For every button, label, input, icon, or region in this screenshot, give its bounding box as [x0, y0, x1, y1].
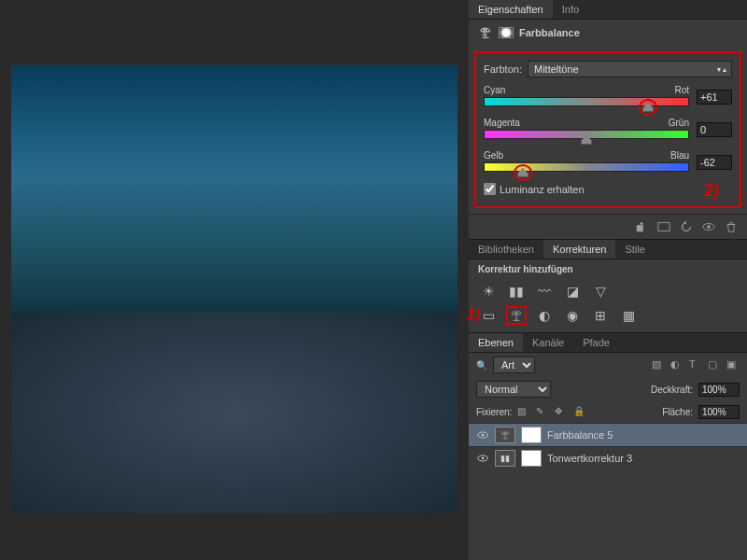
bw-icon[interactable]: ◐: [534, 306, 555, 325]
eye-icon[interactable]: [702, 220, 715, 233]
filter-type-icon[interactable]: T: [689, 358, 702, 371]
properties-tab-bar: Eigenschaften Info: [469, 0, 747, 20]
panel-title: Farbbalance: [519, 27, 580, 38]
svg-point-7: [482, 457, 485, 460]
svg-point-5: [482, 434, 485, 437]
tab-info[interactable]: Info: [553, 0, 588, 19]
slider-cyan-red: Cyan Rot +61: [484, 85, 732, 108]
label-green: Grün: [669, 118, 689, 128]
layer-item[interactable]: Farbbalance 5: [469, 423, 747, 446]
tab-channels[interactable]: Kanäle: [523, 333, 573, 352]
svg-point-3: [707, 225, 711, 229]
tab-paths[interactable]: Pfade: [573, 333, 619, 352]
adjustments-grid: 1) ☀ ▮▮ 〰 ◪ ▽ ▭ ◐ ◉ ⊞ ▦: [469, 278, 747, 332]
filter-smart-icon[interactable]: ▣: [726, 358, 740, 371]
trash-icon[interactable]: [725, 220, 738, 233]
clip-to-layer-icon[interactable]: [635, 220, 648, 233]
label-cyan: Cyan: [484, 85, 505, 95]
slider-cr-track[interactable]: [484, 97, 689, 106]
tab-properties[interactable]: Eigenschaften: [469, 0, 553, 19]
annotation-1: 1): [467, 306, 480, 323]
slider-mg-track[interactable]: [484, 130, 689, 139]
lock-position-icon[interactable]: ✥: [555, 406, 568, 419]
layer-mask-thumb[interactable]: [521, 427, 542, 443]
label-magenta: Magenta: [484, 118, 520, 128]
curves-icon[interactable]: 〰: [534, 282, 555, 301]
tab-libraries[interactable]: Bibliotheken: [469, 240, 543, 259]
tab-layers[interactable]: Ebenen: [469, 333, 523, 352]
reset-icon[interactable]: [680, 220, 693, 233]
lock-label: Fixieren:: [476, 407, 512, 417]
hue-sat-icon[interactable]: ▭: [478, 306, 499, 325]
annotation-2: 2): [704, 181, 719, 201]
vibrance-icon[interactable]: ▽: [590, 282, 611, 301]
layer-item[interactable]: ▮▮ Tonwertkorrektur 3: [469, 446, 747, 469]
eye-icon[interactable]: [476, 428, 489, 441]
mask-thumbnail-icon[interactable]: [499, 27, 514, 38]
label-yellow: Gelb: [484, 150, 503, 161]
layer-name[interactable]: Farbbalance 5: [547, 429, 613, 441]
adjustments-tab-bar: Bibliotheken Korrekturen Stile: [469, 240, 747, 259]
opacity-label: Deckkraft:: [651, 385, 693, 395]
lock-all-icon[interactable]: 🔒: [573, 406, 586, 419]
brightness-icon[interactable]: ☀: [478, 282, 499, 301]
tone-dropdown[interactable]: Mitteltöne: [528, 61, 732, 77]
lock-transparency-icon[interactable]: ▨: [517, 406, 530, 419]
svg-rect-0: [637, 225, 643, 231]
lock-pixels-icon[interactable]: ✎: [536, 406, 549, 419]
eye-icon[interactable]: [476, 452, 489, 465]
color-lookup-icon[interactable]: ▦: [618, 306, 639, 325]
tab-adjustments[interactable]: Korrekturen: [543, 240, 615, 259]
document-photo[interactable]: [11, 65, 458, 513]
layer-adj-icon: ▮▮: [495, 450, 515, 467]
value-cr[interactable]: +61: [697, 90, 732, 105]
layer-name[interactable]: Tonwertkorrektur 3: [547, 453, 632, 464]
layer-mask-thumb[interactable]: [521, 450, 542, 467]
photo-filter-icon[interactable]: ◉: [562, 306, 583, 325]
label-red: Rot: [674, 85, 689, 95]
slider-magenta-green: Magenta Grün 0: [484, 118, 732, 141]
layer-adj-icon: [495, 427, 515, 443]
layers-tab-bar: Ebenen Kanäle Pfade: [469, 333, 747, 353]
svg-rect-1: [658, 223, 669, 231]
layer-filter-select[interactable]: Art: [493, 357, 535, 373]
slider-yellow-blue: Gelb Blau -62: [484, 150, 732, 174]
preserve-luminosity-checkbox[interactable]: [484, 183, 496, 195]
view-previous-icon[interactable]: [657, 220, 670, 233]
blend-mode-select[interactable]: Normal: [476, 381, 551, 398]
preserve-luminosity-label: Luminanz erhalten: [500, 184, 585, 195]
filter-pixel-icon[interactable]: ▧: [652, 358, 665, 371]
tone-label: Farbton:: [484, 63, 522, 75]
opacity-input[interactable]: [698, 383, 740, 397]
slider-yb-track[interactable]: [484, 162, 689, 172]
add-adjustment-label: Korrektur hinzufügen: [478, 264, 573, 274]
scales-icon: [478, 25, 493, 40]
exposure-icon[interactable]: ◪: [562, 282, 583, 301]
levels-icon[interactable]: ▮▮: [506, 282, 527, 301]
canvas-area: [0, 0, 469, 560]
label-blue: Blau: [670, 150, 689, 161]
properties-footer: [469, 214, 747, 239]
fill-label: Fläche:: [662, 407, 693, 417]
properties-header: Farbbalance: [469, 20, 747, 46]
color-balance-panel: Farbton: Mitteltöne Cyan Rot +61: [474, 51, 741, 208]
fill-input[interactable]: [698, 405, 740, 419]
layer-list: Farbbalance 5 ▮▮ Tonwertkorrektur 3: [469, 423, 747, 469]
filter-adjust-icon[interactable]: ◐: [670, 358, 684, 371]
value-yb[interactable]: -62: [697, 155, 732, 170]
filter-shape-icon[interactable]: ▢: [708, 358, 721, 371]
channel-mixer-icon[interactable]: ⊞: [590, 306, 611, 325]
value-mg[interactable]: 0: [697, 122, 732, 137]
right-sidebar: Eigenschaften Info Farbbalance Farbton: …: [469, 0, 747, 560]
tab-styles[interactable]: Stile: [615, 240, 654, 259]
color-balance-icon[interactable]: [506, 306, 527, 325]
